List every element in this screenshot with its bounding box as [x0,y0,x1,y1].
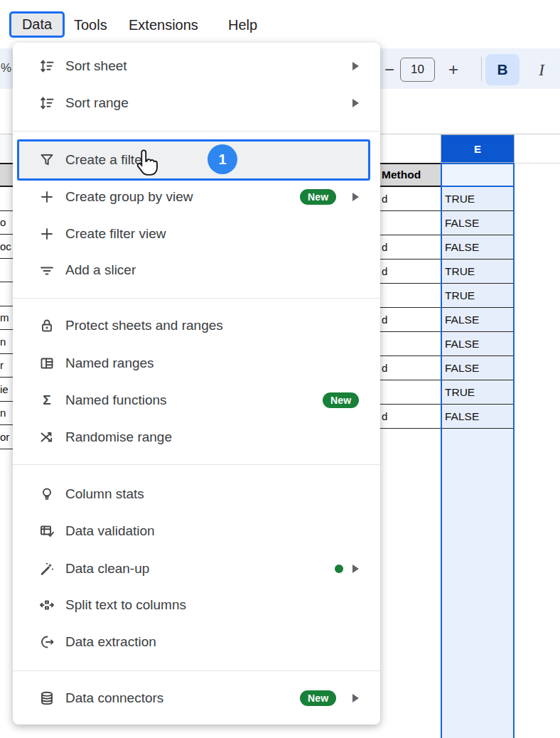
e-column-cell[interactable]: FALSE [442,405,513,429]
menu-item-add-a-slicer[interactable]: Add a slicer [13,252,380,289]
submenu-arrow-icon [352,565,359,573]
menu-item-randomise-range[interactable]: Randomise range [13,419,380,456]
menu-item-label: Create filter view [65,226,166,242]
d-column-cell[interactable]: d [380,187,442,211]
d-column-cell[interactable] [380,211,442,235]
menubar-item-extensions[interactable]: Extensions [129,17,198,33]
menubar-item-help[interactable]: Help [228,17,257,33]
d-column-cell[interactable] [380,332,442,356]
d-column-cell[interactable]: d [380,356,442,380]
e-column-cell[interactable]: FALSE [442,356,513,380]
menu-item-label: Named ranges [65,355,154,371]
menu-divider [13,670,380,671]
split-text-icon [38,597,55,614]
menu-item-sort-range[interactable]: Sort range [13,85,380,122]
font-size-increase-button[interactable]: + [448,60,458,80]
zoom-control-fragment[interactable]: % [1,61,11,75]
plus-icon [38,188,55,205]
d-column-cell[interactable] [380,284,442,308]
menu-item-protect-sheets-and-ranges[interactable]: Protect sheets and ranges [13,307,380,344]
e-column-cell[interactable]: TRUE [442,260,513,284]
menu-item-label: Data clean-up [65,561,149,577]
font-size-input[interactable]: 10 [400,58,435,82]
e-column-cell[interactable]: TRUE [442,284,513,308]
font-size-decrease-button[interactable]: − [384,60,394,80]
menu-item-label: Protect sheets and ranges [65,318,223,333]
tutorial-step-badge: 1 [208,144,237,174]
menu-item-label: Data validation [65,523,155,539]
bold-button[interactable]: B [485,54,519,85]
d-column-cell[interactable]: d [380,308,442,332]
menu-item-data-clean-up[interactable]: Data clean-up [13,550,380,587]
left-column-cell-fragment[interactable] [0,282,13,306]
e-column-cell[interactable]: FALSE [442,211,513,235]
menu-item-label: Column stats [65,486,144,502]
toolbar-divider [481,57,482,81]
d-column-cell[interactable]: d [380,260,442,284]
left-column-rows: oocmnrienor [0,187,13,449]
e-column-cell[interactable]: TRUE [442,380,513,405]
data-validation-icon [38,523,55,540]
d-column-cell[interactable]: d [380,235,442,260]
e-column-cell[interactable]: TRUE [442,187,513,211]
menu-item-create-group-by-view[interactable]: Create group by view New [13,178,380,215]
menu-item-label: Sort range [65,95,129,111]
grid-line [515,163,560,164]
left-column-header-fragment [0,134,13,163]
left-column-cell-fragment[interactable]: m [0,306,13,331]
lightbulb-icon [38,486,55,503]
submenu-arrow-icon [352,99,359,107]
menu-item-create-a-filter[interactable]: Create a filter [13,141,380,178]
lock-icon [38,317,55,334]
menu-item-label: Named functions [65,392,167,408]
selected-range-extension[interactable] [442,429,513,738]
menu-item-column-stats[interactable]: Column stats [13,476,380,513]
submenu-arrow-icon [352,694,359,702]
left-header-cell-fragment [0,163,13,187]
method-header-cell[interactable]: Method [380,163,442,187]
left-column-cell-fragment[interactable] [0,259,13,283]
italic-button[interactable]: I [529,57,554,84]
notification-dot [335,565,343,573]
menu-item-label: Add a slicer [65,262,136,278]
menu-item-data-validation[interactable]: Data validation [13,513,380,550]
sort-sheet-icon [38,58,55,75]
left-column-cell-fragment[interactable]: r [0,354,13,378]
menu-item-label: Data connectors [65,690,163,706]
menubar-item-data[interactable]: Data [9,11,65,38]
submenu-arrow-icon [352,62,359,70]
slicer-icon [38,262,55,279]
left-column-cell-fragment[interactable]: n [0,402,13,426]
e-column-rows: TRUEFALSEFALSETRUETRUEFALSEFALSEFALSETRU… [442,187,513,429]
menu-item-named-functions[interactable]: Σ Named functions New [13,382,380,419]
menu-item-data-connectors[interactable]: Data connectors New [13,680,380,717]
left-column-cell-fragment[interactable]: or [0,425,13,449]
menu-item-split-text-to-columns[interactable]: Split text to columns [13,587,380,624]
e-column-cell[interactable]: FALSE [442,332,513,356]
menu-item-sort-sheet[interactable]: Sort sheet [13,48,380,85]
sigma-icon: Σ [38,392,55,409]
menu-item-data-extraction[interactable]: Data extraction [13,624,380,661]
menu-item-named-ranges[interactable]: Named ranges [13,345,380,382]
menu-divider [13,131,380,132]
selected-column-e: TRUEFALSEFALSETRUETRUEFALSEFALSEFALSETRU… [441,163,515,738]
column-header-E[interactable]: E [441,134,515,163]
d-column-rows: dddddd [380,187,442,429]
active-cell-e1[interactable] [442,163,513,187]
left-column-cell-fragment[interactable]: ie [0,378,13,402]
left-column-cell-fragment[interactable] [0,187,13,211]
data-menu-dropdown: Sort sheet Sort range Create a filter Cr… [13,43,380,724]
left-column-cell-fragment[interactable]: n [0,330,13,354]
e-column-cell[interactable]: FALSE [442,308,513,332]
menubar-item-tools[interactable]: Tools [74,17,107,33]
e-column-cell[interactable]: FALSE [442,235,513,260]
menu-item-create-filter-view[interactable]: Create filter view [13,215,380,252]
shuffle-icon [38,429,55,446]
left-column-cell-fragment[interactable]: oc [0,235,13,259]
menu-item-label: Randomise range [65,429,172,445]
new-badge: New [300,189,336,205]
menu-divider [13,298,380,299]
d-column-cell[interactable] [380,380,442,405]
left-column-cell-fragment[interactable]: o [0,211,13,235]
d-column-cell[interactable]: d [380,405,442,429]
